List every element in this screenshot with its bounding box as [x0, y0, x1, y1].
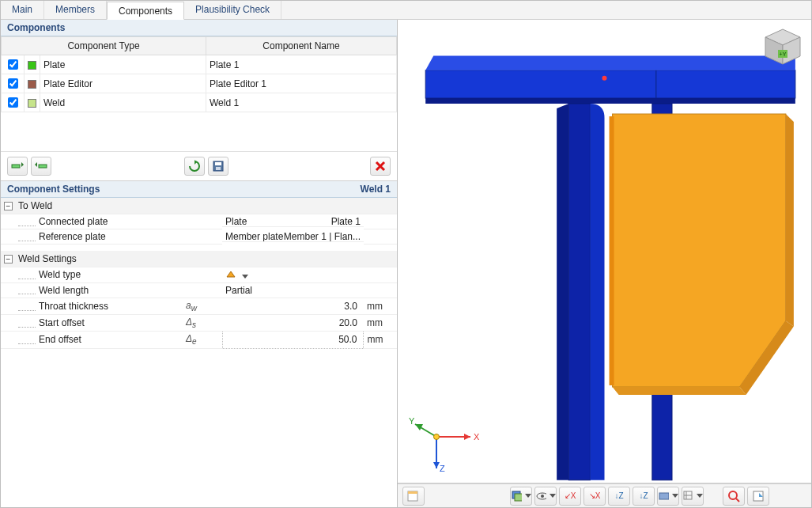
- components-table: Component Type Component Name Plate Plat…: [1, 36, 397, 112]
- section-icon: [658, 491, 669, 502]
- property-grid: − To Weld Connected plate PlatePlate 1: [1, 198, 397, 349]
- settings-panel-header: Component Settings Weld 1: [1, 181, 397, 198]
- svg-point-40: [729, 491, 737, 499]
- property-row[interactable]: Start offset Δs 20.0 mm: [1, 314, 397, 331]
- collapse-icon[interactable]: −: [4, 202, 13, 210]
- group-weld-settings[interactable]: − Weld Settings: [1, 251, 397, 267]
- svg-point-17: [602, 76, 606, 81]
- fullscreen-button[interactable]: [747, 487, 769, 506]
- group-label: To Weld: [15, 198, 397, 214]
- svg-line-41: [736, 499, 739, 502]
- tab-components[interactable]: Components: [107, 2, 184, 20]
- property-value[interactable]: Plate 1: [331, 216, 361, 225]
- insert-below-button[interactable]: [31, 157, 51, 176]
- property-value[interactable]: 3.0: [222, 298, 364, 314]
- settings-title: Component Settings: [7, 184, 100, 195]
- svg-point-29: [434, 434, 440, 440]
- property-label: Throat thickness: [39, 301, 108, 312]
- cell-name[interactable]: Weld 1: [206, 93, 397, 112]
- collapse-icon[interactable]: −: [4, 255, 13, 263]
- view-iso-x-button[interactable]: ↙X: [559, 487, 581, 506]
- svg-point-35: [541, 495, 544, 498]
- property-label: Weld length: [39, 285, 89, 296]
- property-row[interactable]: End offset Δe 50.0 mm: [1, 332, 397, 348]
- view-style-button[interactable]: [402, 487, 425, 506]
- svg-marker-11: [425, 56, 795, 70]
- col-header-type[interactable]: Component Type: [2, 37, 206, 55]
- axis-y-label: Y: [409, 416, 415, 426]
- property-label: Connected plate: [39, 216, 108, 227]
- svg-rect-36: [659, 493, 669, 499]
- svg-marker-5: [425, 70, 656, 98]
- visibility-button[interactable]: [534, 487, 557, 506]
- property-value[interactable]: 20.0: [222, 314, 364, 331]
- view-toolbar: ↙X ↘X ↓Z ↓Z: [398, 483, 811, 507]
- save-icon: [212, 160, 225, 172]
- svg-marker-15: [613, 387, 746, 395]
- display-mode-button[interactable]: [510, 487, 532, 506]
- group-to-weld[interactable]: − To Weld: [1, 198, 397, 214]
- cell-name[interactable]: Plate Editor 1: [206, 74, 397, 93]
- insert-below-icon: [35, 161, 47, 172]
- delete-button[interactable]: [370, 157, 391, 176]
- svg-marker-24: [464, 434, 470, 440]
- reload-button[interactable]: [184, 157, 205, 176]
- axis-x-label: X: [474, 432, 480, 442]
- row-checkbox[interactable]: [8, 97, 18, 108]
- svg-rect-16: [610, 116, 614, 385]
- cell-type: Weld: [40, 93, 206, 112]
- property-row[interactable]: Throat thickness aw 3.0 mm: [1, 298, 397, 314]
- table-row[interactable]: Weld Weld 1: [2, 93, 397, 112]
- fillet-weld-icon: [225, 269, 236, 279]
- table-row[interactable]: Plate Editor Plate Editor 1: [2, 74, 397, 93]
- svg-rect-0: [12, 165, 20, 168]
- svg-rect-4: [216, 167, 221, 170]
- svg-rect-31: [408, 491, 417, 494]
- svg-marker-7: [425, 98, 795, 104]
- tab-plausibility[interactable]: Plausibility Check: [184, 1, 281, 19]
- insert-above-button[interactable]: [7, 157, 28, 176]
- 3d-viewport[interactable]: +Y X Y Z: [398, 20, 811, 483]
- property-row[interactable]: Connected plate PlatePlate 1: [1, 214, 397, 229]
- cell-type: Plate Editor: [40, 74, 206, 93]
- cell-name[interactable]: Plate 1: [206, 55, 397, 74]
- sheet-icon: [752, 490, 765, 502]
- chevron-down-icon: [672, 494, 678, 498]
- view-cube[interactable]: +Y: [762, 26, 803, 67]
- col-header-name[interactable]: Component Name: [206, 37, 397, 55]
- layers-icon: [511, 490, 522, 502]
- tab-main[interactable]: Main: [1, 1, 44, 19]
- view-wire-button[interactable]: [682, 487, 704, 506]
- cell-type: Plate: [40, 55, 206, 74]
- svg-marker-28: [433, 462, 440, 468]
- view-section-button[interactable]: [657, 487, 679, 506]
- property-label: Start offset: [39, 317, 85, 328]
- property-readonly: Plate: [225, 216, 247, 225]
- components-panel-header: Components: [1, 20, 397, 36]
- view-iso-z2-button[interactable]: ↓Z: [633, 487, 655, 506]
- find-button[interactable]: [723, 487, 745, 506]
- property-row[interactable]: Reference plate Member plateMember 1 | F…: [1, 229, 397, 245]
- property-value[interactable]: 50.0: [222, 332, 364, 348]
- delete-icon: [375, 161, 386, 172]
- property-label: Reference plate: [39, 231, 106, 242]
- eye-icon: [535, 491, 546, 502]
- color-swatch-icon: [28, 61, 36, 70]
- property-row[interactable]: Weld length Partial: [1, 282, 397, 298]
- reload-icon: [188, 160, 201, 172]
- settings-context: Weld 1: [361, 184, 391, 195]
- save-button[interactable]: [208, 157, 228, 176]
- view-iso-z1-button[interactable]: ↓Z: [608, 487, 630, 506]
- property-value[interactable]: Partial: [225, 285, 252, 296]
- row-checkbox[interactable]: [8, 78, 18, 89]
- svg-marker-9: [557, 104, 568, 480]
- view-iso-y-button[interactable]: ↘X: [584, 487, 606, 506]
- property-value[interactable]: Member 1 | Flan...: [284, 231, 361, 240]
- table-row[interactable]: Plate Plate 1: [2, 55, 397, 74]
- property-row[interactable]: Weld type: [1, 267, 397, 282]
- svg-rect-1: [39, 165, 47, 168]
- row-checkbox[interactable]: [8, 59, 18, 70]
- paper-icon: [406, 490, 421, 502]
- chevron-down-icon[interactable]: [242, 275, 248, 279]
- tab-members[interactable]: Members: [44, 1, 107, 19]
